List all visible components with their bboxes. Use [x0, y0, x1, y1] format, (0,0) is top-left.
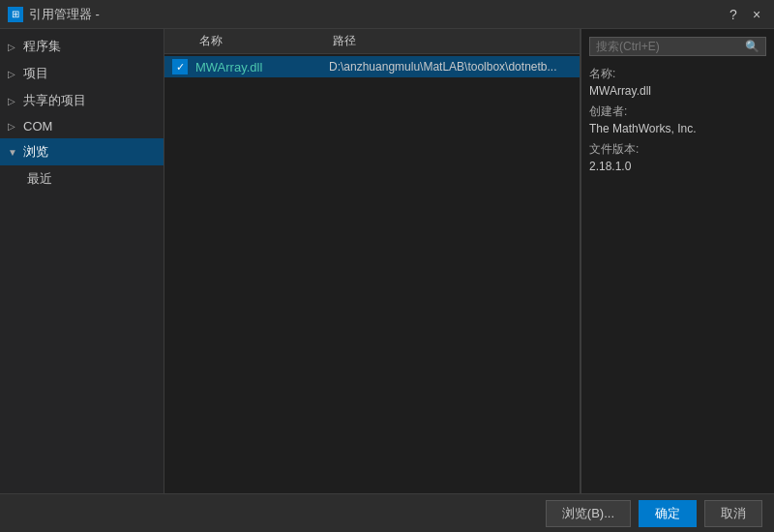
- detail-creator-value: The MathWorks, Inc.: [589, 122, 766, 135]
- details-pane: 🔍 名称: MWArray.dll 创建者: The MathWorks, In…: [580, 29, 774, 493]
- sidebar-label-recent: 最近: [27, 170, 52, 188]
- detail-version-label: 文件版本:: [589, 141, 766, 158]
- sidebar-item-programs[interactable]: ▷ 程序集: [0, 33, 164, 60]
- sidebar-item-com[interactable]: ▷ COM: [0, 114, 164, 138]
- help-button[interactable]: ?: [724, 5, 743, 24]
- arrow-com: ▷: [8, 121, 19, 132]
- row-path: D:\anzhuangmulu\MatLAB\toolbox\dotnetb..…: [329, 60, 572, 74]
- file-rows: ✓ MWArray.dll D:\anzhuangmulu\MatLAB\too…: [164, 54, 580, 493]
- detail-version-value: 2.18.1.0: [589, 160, 766, 173]
- row-name: MWArray.dll: [195, 60, 321, 74]
- row-checkbox[interactable]: ✓: [172, 59, 188, 74]
- sidebar-label-project: 项目: [23, 65, 48, 82]
- col-header-path: 路径: [333, 33, 572, 49]
- sidebar-label-shared: 共享的项目: [23, 92, 86, 109]
- search-box[interactable]: 🔍: [589, 37, 766, 56]
- title-controls: ? ×: [724, 5, 766, 24]
- cancel-button[interactable]: 取消: [704, 500, 762, 527]
- footer: 浏览(B)... 确定 取消: [0, 493, 774, 532]
- detail-name-label: 名称:: [589, 66, 766, 82]
- content-area: 名称 路径 ✓ MWArray.dll D:\anzhuangmulu\MatL…: [164, 29, 774, 493]
- search-icon: 🔍: [745, 40, 759, 53]
- col-header-name: 名称: [199, 33, 325, 49]
- sidebar-label-browse: 浏览: [23, 143, 48, 161]
- arrow-project: ▷: [8, 69, 19, 79]
- arrow-shared: ▷: [8, 96, 19, 106]
- sidebar-item-browse[interactable]: ▼ 浏览: [0, 138, 164, 165]
- col-header-checkbox: [172, 33, 192, 49]
- detail-creator-label: 创建者:: [589, 103, 766, 120]
- app-icon: ⊞: [8, 7, 23, 22]
- sidebar-label-programs: 程序集: [23, 38, 61, 55]
- sidebar-item-recent[interactable]: 最近: [0, 165, 164, 192]
- sidebar: ▷ 程序集 ▷ 项目 ▷ 共享的项目 ▷ COM ▼ 浏览 最近: [0, 29, 164, 493]
- main-layout: ▷ 程序集 ▷ 项目 ▷ 共享的项目 ▷ COM ▼ 浏览 最近: [0, 29, 774, 493]
- close-button[interactable]: ×: [747, 5, 766, 24]
- arrow-browse: ▼: [8, 147, 19, 158]
- arrow-programs: ▷: [8, 42, 19, 52]
- browse-button[interactable]: 浏览(B)...: [546, 500, 631, 527]
- sidebar-label-com: COM: [23, 119, 52, 133]
- title-bar: ⊞ 引用管理器 - ? ×: [0, 0, 774, 29]
- detail-name-value: MWArray.dll: [589, 84, 766, 98]
- sidebar-item-project[interactable]: ▷ 项目: [0, 60, 164, 87]
- window-title: 引用管理器 -: [29, 6, 100, 23]
- ok-button[interactable]: 确定: [639, 500, 697, 527]
- file-list-pane: 名称 路径 ✓ MWArray.dll D:\anzhuangmulu\MatL…: [164, 29, 580, 493]
- search-input[interactable]: [596, 40, 741, 53]
- sidebar-item-shared[interactable]: ▷ 共享的项目: [0, 87, 164, 114]
- table-row[interactable]: ✓ MWArray.dll D:\anzhuangmulu\MatLAB\too…: [164, 56, 580, 77]
- title-bar-left: ⊞ 引用管理器 -: [8, 6, 100, 23]
- column-headers: 名称 路径: [164, 29, 580, 54]
